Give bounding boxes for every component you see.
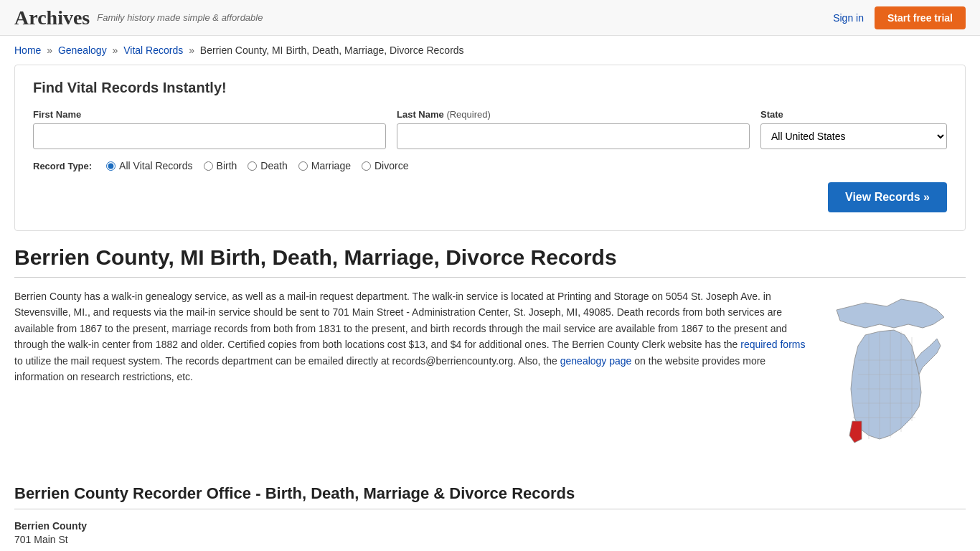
recorder-section-title: Berrien County Recorder Office - Birth, … [14,484,966,509]
breadcrumb-separator-1: » [47,44,52,56]
first-name-group: First Name [33,109,386,149]
county-name: Berrien County [14,520,966,532]
last-name-input[interactable] [397,123,750,149]
start-trial-button[interactable]: Start free trial [875,6,966,29]
radio-divorce-input[interactable] [362,161,371,171]
site-header: Archives Family history made simple & af… [0,0,980,36]
breadcrumb-current: Berrien County, MI Birth, Death, Marriag… [200,44,464,56]
radio-divorce-label: Divorce [374,160,408,171]
name-fields-row: First Name Last Name (Required) State Al… [33,109,947,149]
state-label: State [760,109,947,120]
radio-marriage-label: Marriage [311,160,351,171]
breadcrumb-genealogy[interactable]: Genealogy [58,44,107,56]
radio-divorce[interactable]: Divorce [362,160,408,171]
map-container [822,288,966,463]
last-name-group: Last Name (Required) [397,109,750,149]
first-name-input[interactable] [33,123,386,149]
required-forms-link[interactable]: required forms [740,339,805,350]
state-group: State All United States Alabama Alaska A… [760,109,947,149]
header-left: Archives Family history made simple & af… [14,6,263,29]
last-name-label: Last Name (Required) [397,109,750,120]
content-text: Berrien County has a walk-in genealogy s… [14,288,808,463]
page-title: Berrien County, MI Birth, Death, Marriag… [14,245,966,278]
michigan-map [822,288,966,461]
radio-all-input[interactable] [106,161,116,171]
breadcrumb: Home » Genealogy » Vital Records » Berri… [0,36,980,65]
site-logo: Archives [14,6,90,29]
view-records-row: View Records » [33,182,947,212]
search-form-container: Find Vital Records Instantly! First Name… [14,65,966,231]
content-body: Berrien County has a walk-in genealogy s… [14,288,966,463]
county-address: 701 Main St [14,534,966,545]
sign-in-link[interactable]: Sign in [833,12,864,24]
radio-marriage[interactable]: Marriage [298,160,351,171]
main-content: Berrien County, MI Birth, Death, Marriag… [0,245,980,545]
breadcrumb-vital-records[interactable]: Vital Records [123,44,183,56]
search-form-title: Find Vital Records Instantly! [33,80,947,96]
body-text-1: Berrien County has a walk-in genealogy s… [14,291,787,350]
record-type-label: Record Type: [33,161,92,171]
radio-marriage-input[interactable] [298,161,308,171]
body-text-2: to utilize the mail request system. The … [14,355,560,367]
radio-group: All Vital Records Birth Death Marriage D… [106,160,408,171]
radio-death-label: Death [260,160,287,171]
radio-birth-label: Birth [217,160,237,171]
first-name-label: First Name [33,109,386,120]
radio-all[interactable]: All Vital Records [106,160,192,171]
breadcrumb-separator-2: » [113,44,118,56]
state-select[interactable]: All United States Alabama Alaska Arizona… [760,123,947,149]
radio-death-input[interactable] [248,161,257,171]
required-text: (Required) [446,109,490,120]
radio-all-label: All Vital Records [119,160,192,171]
radio-birth-input[interactable] [204,161,213,171]
view-records-button[interactable]: View Records » [828,182,947,212]
record-type-row: Record Type: All Vital Records Birth Dea… [33,160,947,171]
site-tagline: Family history made simple & affordable [97,12,263,23]
radio-birth[interactable]: Birth [204,160,237,171]
header-right: Sign in Start free trial [833,6,966,29]
genealogy-page-link[interactable]: genealogy page [560,355,632,367]
breadcrumb-home[interactable]: Home [14,44,41,56]
breadcrumb-separator-3: » [189,44,194,56]
radio-death[interactable]: Death [248,160,287,171]
